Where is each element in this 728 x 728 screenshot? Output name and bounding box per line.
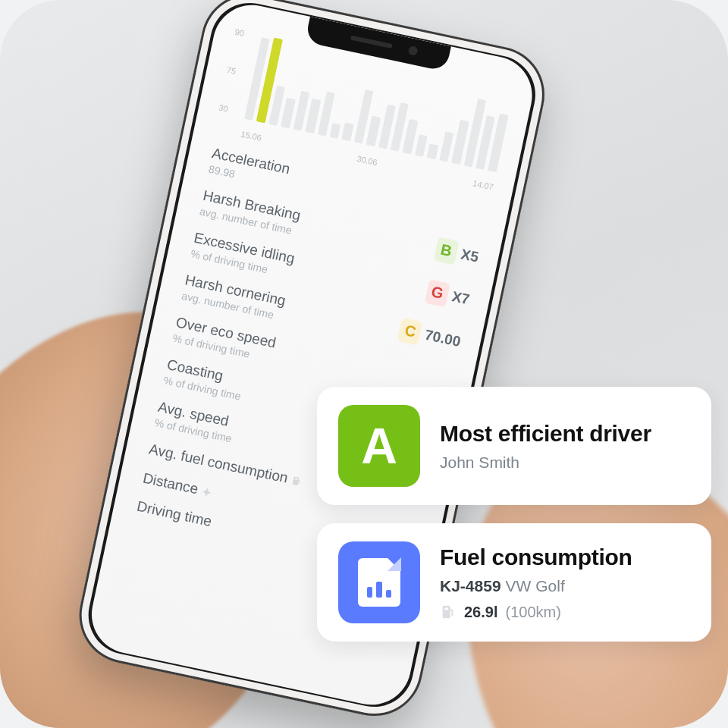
vehicle-model: VW Golf [506, 577, 565, 595]
grade-a-badge: A [338, 405, 420, 487]
fuel-distance: (100km) [505, 604, 560, 621]
fuel-pump-icon [440, 603, 457, 621]
card-title: Fuel consumption [440, 544, 690, 571]
report-badge [338, 541, 420, 623]
fuel-volume: 26.9l [464, 604, 497, 621]
y-tick: 75 [226, 65, 253, 80]
vehicle-plate: KJ-4859 [440, 577, 501, 595]
grade-badge: B [433, 237, 459, 265]
location-icon [201, 486, 214, 499]
chart-bar [342, 122, 354, 141]
driver-name: John Smith [440, 453, 690, 472]
grade-badge: G [425, 279, 450, 307]
card-title: Most efficient driver [440, 420, 690, 447]
card-efficient-driver[interactable]: A Most efficient driver John Smith [317, 387, 711, 505]
chart-bar [366, 116, 381, 146]
y-tick: 90 [234, 27, 261, 42]
y-tick: 30 [218, 103, 245, 118]
chart-bar [330, 123, 341, 139]
x-tick: 14.07 [472, 178, 494, 191]
x-tick: 30.06 [356, 154, 378, 167]
card-fuel-consumption[interactable]: Fuel consumption KJ-4859VW Golf 26.9l (1… [317, 523, 711, 642]
metric-value: X7 [450, 288, 471, 308]
metric-value: X5 [460, 246, 480, 265]
chart-bar [427, 143, 438, 159]
overlay-cards: A Most efficient driver John Smith Fuel … [317, 387, 711, 642]
metric-value: 70.00 [423, 327, 462, 350]
chart-bar [281, 98, 295, 128]
fuel-meta: 26.9l (100km) [440, 603, 690, 621]
file-chart-icon [358, 558, 400, 607]
vehicle-line: KJ-4859VW Golf [440, 577, 690, 595]
x-tick: 15.06 [240, 129, 262, 142]
chart-bar [439, 131, 453, 162]
grade-badge: C [397, 318, 423, 346]
fuel-icon [290, 475, 303, 488]
chart-bar [415, 134, 428, 157]
